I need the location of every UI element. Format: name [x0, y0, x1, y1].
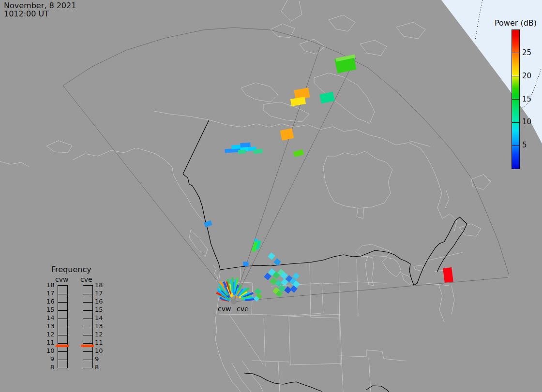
colorbar-tick-label: 20	[522, 72, 531, 80]
frequency-tick-label: 16	[46, 298, 54, 305]
frequency-scale-segment-line	[58, 351, 67, 352]
colorbar-title: Power (dB)	[495, 18, 537, 28]
radar-site-dot	[231, 299, 237, 305]
frequency-tick-label: 12	[46, 331, 54, 338]
timestamp-block: November, 8 2021 1012:00 UT	[4, 1, 76, 18]
colorbar-segment-divider	[512, 76, 519, 76]
frequency-scale-segment-line	[83, 335, 92, 335]
frequency-scale-segment-line	[58, 310, 67, 311]
colorbar-segment-divider	[512, 122, 519, 123]
frequency-scale-segment-line	[83, 327, 92, 327]
time-label: 1012:00 UT	[4, 9, 49, 18]
frequency-scale-bar-cve	[83, 285, 93, 368]
frequency-scale-segment-line	[58, 343, 67, 344]
frequency-scale-segment-line	[83, 343, 92, 344]
map-site-label-cve: cve	[237, 305, 249, 313]
backscatter-cell	[240, 143, 251, 147]
frequency-scale-segment-line	[83, 310, 92, 311]
frequency-scale-segment-line	[58, 302, 67, 303]
frequency-scale-segment-line	[83, 319, 92, 319]
colorbar-tick-label: 5	[522, 141, 527, 149]
colorbar-segment-divider	[512, 53, 519, 53]
frequency-tick-label: 17	[95, 290, 103, 297]
colorbar-tick-label: 15	[522, 95, 531, 103]
frequency-tick-label: 18	[46, 281, 54, 289]
frequency-scale-segment-line	[58, 360, 67, 360]
frequency-scale-segment-line	[58, 335, 67, 335]
map-site-label-cvw: cvw	[218, 305, 231, 313]
power-colorbar	[512, 29, 520, 169]
frequency-tick-label: 15	[46, 306, 54, 313]
frequency-tick-label: 9	[95, 355, 103, 363]
colorbar-tick-label: 10	[522, 117, 531, 126]
backscatter-cell	[443, 267, 453, 283]
frequency-tick-label: 10	[46, 347, 54, 354]
frequency-tick-label: 16	[95, 298, 103, 305]
frequency-tick-label: 14	[46, 314, 54, 321]
frequency-tick-label: 12	[95, 331, 103, 338]
backscatter-cell	[243, 262, 249, 266]
frequency-tick-label: 14	[95, 314, 103, 321]
frequency-tick-label: 13	[46, 322, 54, 330]
map-background	[0, 0, 542, 392]
frequency-tick-label: 13	[95, 322, 103, 330]
frequency-tick-label: 8	[46, 363, 54, 371]
frequency-tick-label: 9	[46, 355, 54, 363]
frequency-tick-label: 11	[95, 339, 103, 346]
colorbar-segment-divider	[512, 145, 519, 146]
colorbar-tick-label: 25	[522, 48, 531, 57]
frequency-current-marker-cvw	[56, 345, 69, 347]
frequency-scale-segment-line	[83, 302, 92, 303]
frequency-scale-segment-line	[58, 294, 67, 294]
frequency-current-marker-cve	[81, 345, 94, 347]
frequency-scale-segment-line	[58, 319, 67, 319]
frequency-tick-label: 18	[95, 281, 103, 289]
frequency-tick-label: 15	[95, 306, 103, 313]
map-canvas	[0, 0, 542, 392]
frequency-tick-label: 17	[46, 290, 54, 297]
frequency-column-label-cvw: cvw	[55, 276, 68, 283]
frequency-scale-segment-line	[83, 360, 92, 360]
frequency-scale-segment-line	[83, 294, 92, 294]
frequency-tick-label: 8	[95, 363, 103, 371]
frequency-scale-bar-cvw	[58, 285, 68, 368]
frequency-scale-segment-line	[83, 351, 92, 352]
frequency-column-label-cve: cve	[80, 276, 92, 283]
colorbar-segment-divider	[512, 99, 519, 100]
radar-fan-plot: November, 8 2021 1012:00 UT Power (dB) 2…	[0, 0, 542, 392]
frequency-scale-segment-line	[58, 327, 67, 327]
frequency-legend-title: Frequency	[51, 265, 91, 274]
frequency-tick-label: 11	[46, 339, 54, 346]
backscatter-cell	[238, 149, 246, 154]
frequency-tick-label: 10	[95, 347, 103, 354]
